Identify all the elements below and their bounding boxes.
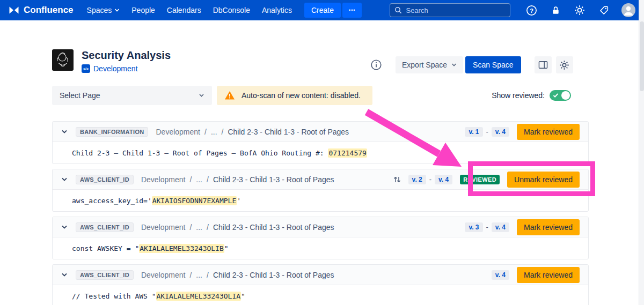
breadcrumb-page[interactable]: Child 2-3 - Child 1-3 - Root of Pages xyxy=(213,175,334,184)
page-title: Security Analysis xyxy=(82,49,171,61)
mark-reviewed-button[interactable]: Mark reviewed xyxy=(517,219,580,235)
version-chip-from[interactable]: v. 2 xyxy=(408,175,426,184)
label-tag-icon[interactable] xyxy=(597,4,610,17)
sidebar-layout-button[interactable] xyxy=(535,56,552,73)
breadcrumb: Development / ... / Child 2-3 - Child 1-… xyxy=(141,175,334,184)
finding-type-badge: AWS_CLIENT_ID xyxy=(76,270,134,280)
warning-text: Auto-scan of new content: disabled. xyxy=(241,91,361,100)
top-navbar: Confluence Spaces People Calendars DbCon… xyxy=(0,0,644,20)
unmark-reviewed-button[interactable]: Unmark reviewed xyxy=(507,172,580,188)
finding-type-badge: BANK_INFORMATION xyxy=(76,127,148,137)
filter-toolbar: Select Page Auto-scan of new content: di… xyxy=(52,86,589,105)
breadcrumb-page[interactable]: Child 2-3 - Child 1-3 - Root of Pages xyxy=(213,223,334,232)
secret-highlight: 071214579 xyxy=(328,148,367,158)
scrollbar-thumb[interactable] xyxy=(640,21,644,91)
finding-snippet: const AWSKEY = "AKIALALEMEL33243OLIB" xyxy=(53,237,588,259)
chevron-down-icon xyxy=(451,63,457,67)
collapse-chevron-icon[interactable] xyxy=(61,272,69,277)
search-icon xyxy=(394,6,402,14)
breadcrumb-space[interactable]: Development xyxy=(141,223,186,232)
search-box[interactable] xyxy=(390,3,510,17)
space-link[interactable]: Development xyxy=(93,64,138,73)
reviewed-badge: REVIEWED xyxy=(460,175,500,184)
toggle-knob xyxy=(561,91,570,100)
finding-card: BANK_INFORMATION Development / ... / Chi… xyxy=(52,121,589,164)
breadcrumb-ellipsis[interactable]: ... xyxy=(196,271,202,279)
finding-type-badge: AWS_CLIENT_ID xyxy=(76,222,134,232)
help-icon[interactable]: ? xyxy=(525,4,538,17)
version-chip-to[interactable]: v. 4 xyxy=(492,270,509,280)
confluence-logo-icon xyxy=(9,5,19,16)
mark-reviewed-button[interactable]: Mark reviewed xyxy=(517,124,580,140)
chevron-down-icon xyxy=(199,93,204,98)
breadcrumb-ellipsis[interactable]: ... xyxy=(211,128,217,136)
finding-card: AWS_CLIENT_ID Development / ... / Child … xyxy=(52,217,589,259)
space-header-actions: Export Space Scan Space xyxy=(370,56,573,73)
nav-item-spaces[interactable]: Spaces xyxy=(81,0,126,20)
nav-item-dbconsole[interactable]: DbConsole xyxy=(207,0,256,20)
secret-highlight: AKIALALEMEL33243OLIB xyxy=(139,244,224,253)
breadcrumb: Development / ... / Child 2-3 - Child 1-… xyxy=(141,223,334,232)
finding-card: AWS_CLIENT_ID Development / ... / Child … xyxy=(52,169,589,212)
space-settings-gear-button[interactable] xyxy=(556,56,573,73)
chevron-down-icon xyxy=(114,8,120,12)
breadcrumb-ellipsis[interactable]: ... xyxy=(196,223,202,232)
lock-icon[interactable] xyxy=(549,4,562,17)
finding-snippet: aws_access_key_id='AKIAIOSFODNN7EXAMPLE' xyxy=(53,190,588,211)
nav-item-analytics[interactable]: Analytics xyxy=(256,0,298,20)
code-space-icon: </> xyxy=(82,64,90,73)
gear-icon[interactable] xyxy=(573,4,586,17)
space-avatar[interactable] xyxy=(52,49,74,71)
finding-snippet: // Tested with AWS "AKIALALEMEL33243OLIA… xyxy=(53,285,588,305)
show-reviewed-label: Show reviewed: xyxy=(492,91,545,100)
collapse-chevron-icon[interactable] xyxy=(61,177,69,182)
secret-highlight: AKIAIOSFODNN7EXAMPLE xyxy=(152,196,237,205)
warning-icon xyxy=(224,91,235,100)
create-button[interactable]: Create xyxy=(304,3,341,18)
breadcrumb-page[interactable]: Child 2-3 - Child 1-3 - Root of Pages xyxy=(228,128,349,136)
search-input[interactable] xyxy=(406,6,506,14)
breadcrumb-space[interactable]: Development xyxy=(156,128,200,136)
finding-type-badge: AWS_CLIENT_ID xyxy=(76,175,134,184)
version-chip-to[interactable]: v. 4 xyxy=(492,222,509,232)
nav-item-people[interactable]: People xyxy=(126,0,161,20)
autoscan-warning-banner: Auto-scan of new content: disabled. xyxy=(217,86,372,105)
scrollbar[interactable] xyxy=(639,0,644,305)
version-chip-to[interactable]: v. 4 xyxy=(435,175,452,184)
breadcrumb: Development / ... / Child 2-3 - Child 1-… xyxy=(141,271,334,279)
collapse-chevron-icon[interactable] xyxy=(61,225,69,229)
mark-reviewed-button[interactable]: Mark reviewed xyxy=(517,267,580,283)
secret-highlight: AKIALALEMEL33243OLIA xyxy=(156,292,241,301)
export-space-button[interactable]: Export Space xyxy=(396,56,463,73)
breadcrumb-page[interactable]: Child 2-3 - Child 1-3 - Root of Pages xyxy=(213,271,334,279)
breadcrumb-ellipsis[interactable]: ... xyxy=(196,175,202,184)
svg-text:?: ? xyxy=(530,7,533,13)
user-avatar[interactable] xyxy=(621,3,635,17)
breadcrumb: Development / ... / Child 2-3 - Child 1-… xyxy=(156,128,349,136)
check-icon xyxy=(553,93,559,98)
findings-list: BANK_INFORMATION Development / ... / Chi… xyxy=(52,121,589,305)
collapse-chevron-icon[interactable] xyxy=(61,129,69,134)
space-header: Security Analysis </> Development xyxy=(52,49,171,73)
scan-space-button[interactable]: Scan Space xyxy=(465,56,521,73)
version-chip-to[interactable]: v. 4 xyxy=(492,127,509,137)
finding-snippet: Child 2-3 – Child 1-3 – Root of Pages – … xyxy=(53,142,588,163)
version-chip-from[interactable]: v. 1 xyxy=(465,127,482,137)
compare-versions-icon[interactable] xyxy=(393,175,401,184)
breadcrumb-space[interactable]: Development xyxy=(141,271,186,279)
brand-name: Confluence xyxy=(24,5,74,16)
finding-card: AWS_CLIENT_ID Development / ... / Child … xyxy=(52,264,589,305)
breadcrumb-space[interactable]: Development xyxy=(141,175,186,184)
more-actions-button[interactable]: ••• xyxy=(342,3,362,18)
info-icon[interactable] xyxy=(370,59,382,71)
nav-item-calendars[interactable]: Calendars xyxy=(161,0,207,20)
select-page-dropdown[interactable]: Select Page xyxy=(52,86,212,105)
confluence-logo[interactable]: Confluence xyxy=(9,5,74,16)
confluence-page: { "navbar": { "brand": "Confluence", "it… xyxy=(0,0,644,305)
show-reviewed-toggle[interactable] xyxy=(550,90,571,101)
version-chip-from[interactable]: v. 3 xyxy=(465,222,482,232)
